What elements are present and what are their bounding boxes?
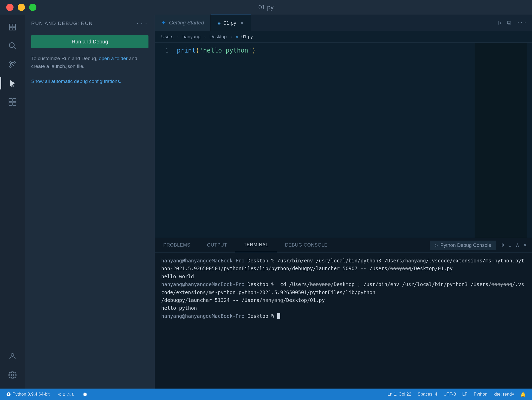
terminal-line-4: hello python <box>161 304 526 312</box>
svg-marker-5 <box>10 80 15 86</box>
warnings-icon: ⚠ 0 <box>67 392 74 397</box>
svg-point-3 <box>14 62 16 63</box>
notification-bell-icon[interactable]: 🔔 <box>520 392 526 397</box>
python-debug-console-tab[interactable]: ▷ Python Debug Console <box>430 241 496 250</box>
sidebar-item-source-control[interactable] <box>4 56 21 73</box>
tab-01py-label: 01.py <box>224 20 236 26</box>
sidebar-item-run-debug[interactable] <box>4 75 21 92</box>
terminal-prompt-icon: ▷ <box>435 242 438 248</box>
sidebar-content: Run and Debug To customize Run and Debug… <box>25 31 155 389</box>
terminal-panel: PROBLEMS OUTPUT TERMINAL DEBUG CONSOLE ▷… <box>155 238 532 389</box>
tabs-bar: ✦ Getting Started ◈ 01.py ✕ ▷ ⧉ ··· <box>155 15 532 31</box>
sidebar-description: To customize Run and Debug, open a folde… <box>31 55 148 70</box>
run-and-debug-button[interactable]: Run and Debug <box>31 35 148 48</box>
minimap <box>475 43 527 238</box>
status-cursor-position[interactable]: Ln 1, Col 22 <box>387 392 411 397</box>
sidebar-item-extensions[interactable] <box>4 94 21 110</box>
terminal-tab-problems[interactable]: PROBLEMS <box>155 238 199 252</box>
code-token-open-paren: ( <box>196 47 199 54</box>
tab-01py[interactable]: ◈ 01.py ✕ <box>211 15 251 31</box>
svg-point-2 <box>10 62 11 63</box>
status-language[interactable]: Python <box>474 392 488 397</box>
python-debug-console-label: Python Debug Console <box>440 242 491 248</box>
editor-area: ✦ Getting Started ◈ 01.py ✕ ▷ ⧉ ··· User… <box>155 15 532 389</box>
status-encoding[interactable]: UTF-8 <box>444 392 456 397</box>
breadcrumb-file[interactable]: 01.py <box>241 34 253 40</box>
svg-rect-9 <box>9 102 12 105</box>
python-version-label: Python 3.9.4 64-bit <box>12 392 50 397</box>
activity-bar <box>0 15 25 389</box>
terminal-content[interactable]: hanyang@hanyangdeMacBook-Pro Desktop % /… <box>155 253 532 389</box>
code-editor[interactable]: 1 print('hello python') <box>155 43 532 238</box>
sidebar: RUN AND DEBUG: RUN ··· Run and Debug To … <box>25 15 155 389</box>
sidebar-item-account[interactable] <box>4 348 21 365</box>
terminal-tabs-bar: PROBLEMS OUTPUT TERMINAL DEBUG CONSOLE ▷… <box>155 238 532 253</box>
svg-point-4 <box>10 66 11 68</box>
maximize-button[interactable] <box>29 4 36 11</box>
svg-line-1 <box>14 47 16 49</box>
status-bar: Python 3.9.4 64-bit ⊗ 0 ⚠ 0 Ln 1, Col 22… <box>0 389 532 400</box>
terminal-dropdown-button[interactable]: ⌄ <box>508 242 511 249</box>
file-icon: ◈ <box>217 20 220 26</box>
tab-close-button[interactable]: ✕ <box>239 21 244 26</box>
svg-rect-7 <box>9 99 12 102</box>
tab-getting-started[interactable]: ✦ Getting Started <box>155 15 211 31</box>
terminal-tab-debug-console[interactable]: DEBUG CONSOLE <box>277 238 336 252</box>
app-body: RUN AND DEBUG: RUN ··· Run and Debug To … <box>0 15 532 389</box>
breadcrumb-file-icon: ◈ <box>236 34 238 40</box>
errors-label: ⊗ 0 <box>58 392 65 397</box>
svg-point-11 <box>11 353 14 356</box>
sidebar-item-settings[interactable] <box>4 367 21 383</box>
getting-started-icon: ✦ <box>161 20 166 26</box>
sidebar-item-explorer[interactable] <box>4 19 21 35</box>
code-token-print: print <box>177 47 196 54</box>
tabs-actions: ▷ ⧉ ··· <box>493 15 532 31</box>
sidebar-header: RUN AND DEBUG: RUN ··· <box>25 15 155 31</box>
svg-rect-10 <box>13 102 16 105</box>
breadcrumb-users[interactable]: Users <box>161 34 173 40</box>
svg-point-6 <box>12 85 14 87</box>
minimize-button[interactable] <box>18 4 25 11</box>
svg-point-12 <box>11 374 14 376</box>
status-spaces[interactable]: Spaces: 4 <box>418 392 437 397</box>
window-controls <box>6 4 36 11</box>
svg-rect-8 <box>13 99 16 102</box>
breadcrumb: Users › hanyang › Desktop › ◈ 01.py <box>155 31 532 43</box>
terminal-close-button[interactable]: ✕ <box>523 242 527 249</box>
close-button[interactable] <box>6 4 14 11</box>
status-python-version[interactable]: Python 3.9.4 64-bit <box>6 392 50 397</box>
terminal-maximize-button[interactable]: ∧ <box>516 242 519 249</box>
code-token-string: 'hello python' <box>199 47 252 54</box>
split-editor-icon[interactable]: ⧉ <box>507 20 511 26</box>
show-debug-configurations-link[interactable]: Show all automatic debug configurations. <box>31 78 148 85</box>
status-errors[interactable]: ⊗ 0 ⚠ 0 <box>58 392 74 397</box>
terminal-line-5: hanyang@hanyangdeMacBook-Pro Desktop % <box>161 312 526 320</box>
code-text-1: print('hello python') <box>177 47 256 54</box>
status-eol[interactable]: LF <box>462 392 468 397</box>
terminal-tab-actions: ▷ Python Debug Console ⊕ ⌄ ∧ ✕ <box>425 238 532 252</box>
titlebar: 01.py <box>0 0 532 15</box>
code-token-close-paren: ) <box>252 47 256 54</box>
status-kite[interactable]: kite: ready <box>494 392 514 397</box>
line-number-1: 1 <box>161 47 177 54</box>
status-debug-icon[interactable] <box>83 392 87 397</box>
breadcrumb-desktop[interactable]: Desktop <box>210 34 227 40</box>
breadcrumb-hanyang[interactable]: hanyang <box>183 34 200 40</box>
sidebar-title: RUN AND DEBUG: RUN <box>31 21 93 26</box>
status-bar-right: Ln 1, Col 22 Spaces: 4 UTF-8 LF Python k… <box>387 392 526 397</box>
add-terminal-button[interactable]: ⊕ <box>501 242 504 249</box>
sidebar-item-search[interactable] <box>4 37 21 54</box>
terminal-line-1: hanyang@hanyangdeMacBook-Pro Desktop % /… <box>161 257 526 273</box>
sidebar-more-button[interactable]: ··· <box>136 20 148 27</box>
tab-getting-started-label: Getting Started <box>169 20 204 26</box>
run-file-icon[interactable]: ▷ <box>498 19 502 26</box>
open-folder-link[interactable]: open a folder <box>99 56 128 61</box>
terminal-tab-terminal[interactable]: TERMINAL <box>235 238 277 252</box>
terminal-line-3: hanyang@hanyangdeMacBook-Pro Desktop % c… <box>161 280 526 304</box>
sidebar-description-text1: To customize Run and Debug, <box>31 56 99 61</box>
terminal-tab-output[interactable]: OUTPUT <box>199 238 235 252</box>
terminal-line-2: hello world <box>161 273 526 280</box>
more-actions-icon[interactable]: ··· <box>516 20 527 26</box>
window-title: 01.py <box>258 4 274 11</box>
activity-bar-bottom <box>4 348 21 389</box>
